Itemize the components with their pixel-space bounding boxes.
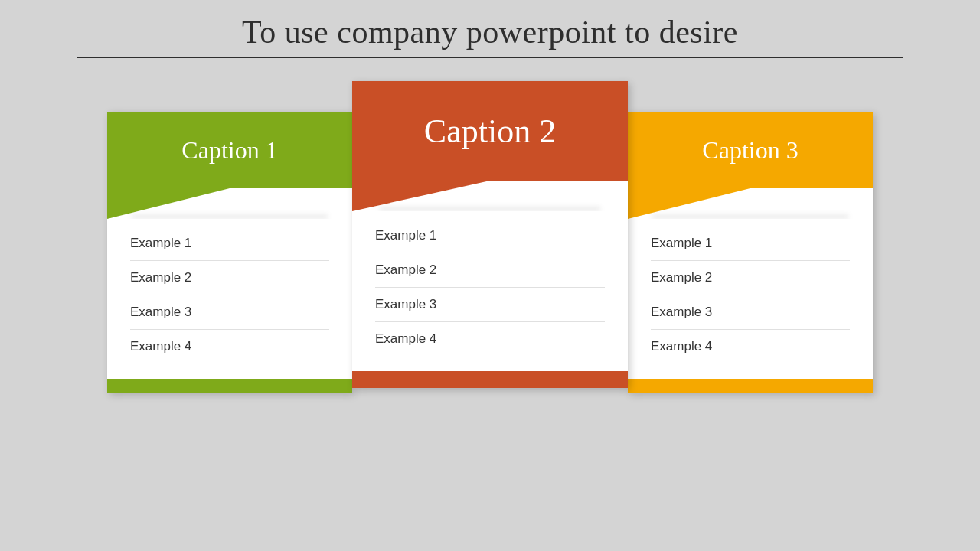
card-3-caption: Caption 3 (702, 136, 798, 165)
card-1-header: Caption 1 (107, 112, 352, 188)
card-2-footer (352, 371, 628, 388)
card-1-caption: Caption 1 (181, 136, 277, 165)
card-3-footer (628, 379, 873, 393)
card-1-items: Example 1 Example 2 Example 3 Example 4 (107, 219, 352, 379)
card-3-header: Caption 3 (628, 112, 873, 188)
list-item: Example 4 (130, 330, 329, 364)
list-item: Example 3 (130, 295, 329, 330)
list-item: Example 2 (130, 261, 329, 295)
card-1-footer (107, 379, 352, 393)
card-2: Caption 2 Example 1 Example 2 Example 3 … (352, 81, 628, 388)
cards-container: Caption 1 Example 1 Example 2 Example 3 … (0, 81, 980, 393)
title-divider (77, 57, 903, 58)
card-2-caption: Caption 2 (424, 112, 556, 151)
slide-header: To use company powerpoint to desire (0, 0, 980, 58)
card-3: Caption 3 Example 1 Example 2 Example 3 … (628, 112, 873, 393)
list-item: Example 1 (130, 227, 329, 261)
card-3-items: Example 1 Example 2 Example 3 Example 4 (628, 219, 873, 379)
list-item: Example 3 (651, 295, 850, 330)
card-2-header: Caption 2 (352, 81, 628, 181)
list-item: Example 4 (651, 330, 850, 364)
card-2-items: Example 1 Example 2 Example 3 Example 4 (352, 211, 628, 371)
slide: To use company powerpoint to desire Capt… (0, 0, 980, 551)
card-1-chevron (107, 188, 352, 219)
card-1: Caption 1 Example 1 Example 2 Example 3 … (107, 112, 352, 393)
list-item: Example 2 (375, 253, 605, 288)
card-2-chevron (352, 181, 628, 211)
list-item: Example 1 (651, 227, 850, 261)
list-item: Example 4 (375, 322, 605, 356)
card-3-chevron (628, 188, 873, 219)
slide-title: To use company powerpoint to desire (46, 14, 934, 51)
list-item: Example 1 (375, 219, 605, 253)
list-item: Example 2 (651, 261, 850, 295)
list-item: Example 3 (375, 288, 605, 322)
